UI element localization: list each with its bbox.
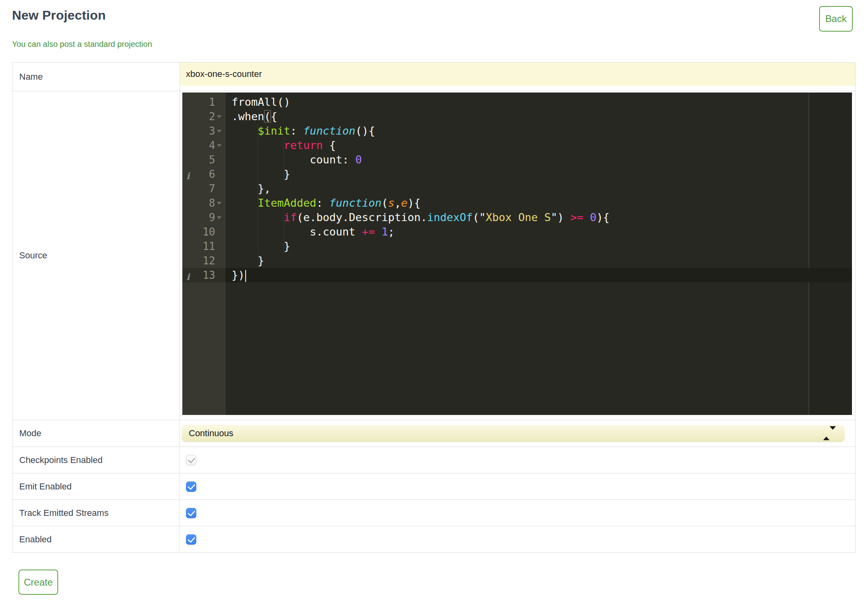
- code-token: [232, 197, 258, 209]
- info-annotation-icon: i: [186, 169, 190, 183]
- code-token: (": [472, 211, 486, 223]
- line-number: 10: [203, 225, 215, 239]
- gutter-line: 11: [182, 239, 226, 254]
- line-number: 3: [209, 124, 215, 138]
- code-token: s.count: [232, 225, 362, 238]
- gutter-line: 7: [182, 181, 226, 196]
- mode-select[interactable]: Continuous: [182, 425, 845, 442]
- text-cursor: [245, 270, 246, 282]
- code-token: return: [284, 139, 323, 151]
- code-line: }: [226, 239, 852, 254]
- code-line: }): [226, 268, 852, 282]
- gutter-line: 1: [182, 95, 226, 109]
- name-row: Name: [12, 62, 856, 91]
- code-token: (e.body.Description.: [297, 211, 427, 223]
- code-token: }: [232, 240, 290, 252]
- code-token: [232, 211, 284, 223]
- gutter-line: 9: [182, 210, 226, 225]
- code-token: },: [232, 182, 271, 195]
- gutter-line: 4: [182, 138, 226, 153]
- code-token: }: [232, 168, 290, 180]
- standard-projection-link[interactable]: You can also post a standard projection: [12, 39, 152, 49]
- enabled-label: Enabled: [12, 526, 180, 553]
- code-token: ){: [596, 211, 610, 223]
- code-token: 0: [590, 211, 596, 223]
- code-token: [583, 211, 590, 223]
- enabled-row: Enabled: [12, 526, 856, 553]
- code-line: ItemAdded: function(s,e){: [226, 196, 852, 210]
- gutter-line: 2: [182, 109, 226, 124]
- line-number: 12: [203, 254, 215, 268]
- code-token: 0: [355, 153, 362, 166]
- gutter-line: 5: [182, 153, 226, 167]
- code-token: ;: [388, 225, 394, 238]
- line-number: 1: [209, 95, 215, 109]
- page: New Projection Back You can also post a …: [0, 0, 868, 595]
- name-input[interactable]: [180, 62, 855, 86]
- code-token: (){: [355, 125, 375, 137]
- fold-icon[interactable]: [217, 130, 222, 133]
- code-token: :: [316, 197, 329, 209]
- code-line: fromAll(): [226, 95, 852, 109]
- line-number: 7: [209, 181, 215, 196]
- code-token: (: [382, 197, 388, 209]
- create-button[interactable]: Create: [18, 570, 58, 595]
- source-row: Source 12345i6789101112i13 fromAll().whe…: [12, 91, 856, 420]
- page-title: New Projection: [12, 7, 856, 23]
- code-token: s: [388, 197, 394, 209]
- code-token: indexOf: [427, 211, 473, 223]
- code-token: e: [401, 197, 408, 209]
- checkpoints-label: Checkpoints Enabled: [12, 447, 180, 473]
- code-token: {: [271, 110, 277, 123]
- gutter-line: 3: [182, 124, 226, 138]
- track-emitted-checkbox[interactable]: [186, 508, 196, 518]
- code-token: function: [303, 125, 355, 137]
- fold-icon[interactable]: [217, 115, 222, 118]
- code-line: if(e.body.Description.indexOf("Xbox One …: [226, 210, 852, 225]
- gutter-line: i6: [182, 167, 226, 181]
- code-line: .when({: [226, 109, 852, 124]
- code-token: "): [551, 211, 571, 223]
- track-row: Track Emitted Streams: [12, 500, 856, 526]
- enabled-checkbox[interactable]: [186, 534, 196, 545]
- code-line: count: 0: [226, 153, 852, 167]
- line-number: 9: [209, 210, 215, 225]
- source-code-editor[interactable]: 12345i6789101112i13 fromAll().when({ $in…: [182, 93, 852, 415]
- code-token: >=: [570, 211, 583, 223]
- fold-icon[interactable]: [217, 144, 222, 147]
- line-number: 5: [209, 153, 215, 167]
- line-number: 11: [203, 239, 215, 254]
- code-line: s.count += 1;: [226, 225, 852, 239]
- code-token: }: [232, 254, 264, 267]
- code-token: }): [232, 269, 245, 281]
- fold-icon[interactable]: [217, 202, 222, 205]
- code-line: $init: function(){: [226, 124, 852, 138]
- line-number: 8: [209, 196, 215, 210]
- checkpoints-checkbox: [186, 455, 196, 465]
- emit-row: Emit Enabled: [12, 473, 856, 500]
- mode-label: Mode: [12, 420, 180, 447]
- emit-checkbox[interactable]: [186, 481, 196, 492]
- gutter-line: 12: [182, 254, 226, 268]
- back-button[interactable]: Back: [819, 6, 853, 32]
- select-arrows-icon: [823, 430, 836, 437]
- gutter-line: 8: [182, 196, 226, 210]
- code-token: Xbox One S: [486, 211, 551, 223]
- checkpoints-row: Checkpoints Enabled: [12, 447, 856, 473]
- code-line: return {: [226, 138, 852, 153]
- code-token: if: [284, 211, 297, 223]
- code-token: :: [290, 125, 303, 137]
- code-token: ){: [408, 197, 421, 209]
- info-annotation-icon: i: [186, 270, 190, 284]
- line-number: 4: [209, 138, 215, 153]
- editor-gutter: 12345i6789101112i13: [182, 93, 226, 415]
- line-number: 2: [209, 109, 215, 124]
- code-token: (: [264, 110, 270, 123]
- fold-icon[interactable]: [217, 216, 222, 219]
- track-label: Track Emitted Streams: [12, 500, 180, 526]
- code-token: {: [323, 139, 336, 151]
- code-token: .when: [232, 110, 264, 123]
- code-line: }: [226, 254, 852, 268]
- editor-code-area[interactable]: fromAll().when({ $init: function(){ retu…: [226, 93, 852, 415]
- code-line: },: [226, 181, 852, 196]
